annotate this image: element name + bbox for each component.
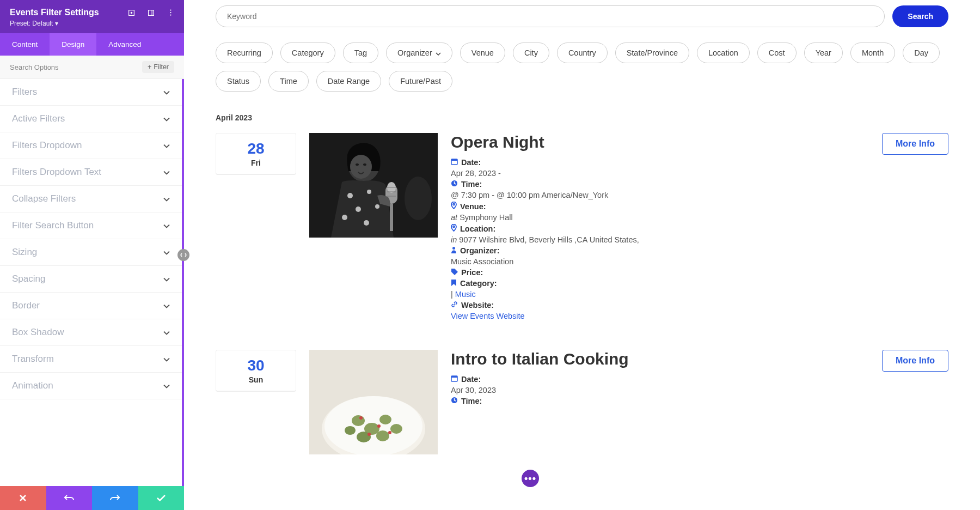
link-icon bbox=[451, 301, 458, 309]
accordion-filters-dropdown-text[interactable]: Filters Dropdown Text bbox=[0, 159, 182, 186]
pill-time[interactable]: Time bbox=[268, 71, 309, 92]
pill-location[interactable]: Location bbox=[697, 42, 750, 63]
svg-point-14 bbox=[356, 207, 361, 212]
tab-content[interactable]: Content bbox=[0, 33, 50, 56]
accordion-animation[interactable]: Animation bbox=[0, 373, 182, 399]
svg-rect-26 bbox=[451, 159, 457, 161]
pill-recurring[interactable]: Recurring bbox=[216, 42, 273, 63]
search-options-row: Search Options + Filter bbox=[0, 56, 184, 79]
search-button[interactable]: Search bbox=[892, 5, 948, 27]
svg-point-40 bbox=[390, 424, 402, 434]
website-link[interactable]: View Events Website bbox=[451, 312, 525, 320]
svg-rect-2 bbox=[148, 10, 154, 15]
redo-button[interactable] bbox=[92, 486, 138, 510]
dock-icon[interactable] bbox=[147, 9, 155, 16]
pill-date-range[interactable]: Date Range bbox=[316, 71, 381, 92]
svg-point-41 bbox=[359, 416, 363, 420]
pill-state-province[interactable]: State/Province bbox=[615, 42, 689, 63]
expand-icon[interactable] bbox=[127, 9, 135, 16]
month-header: April 2023 bbox=[216, 113, 948, 122]
add-filter-button[interactable]: + Filter bbox=[142, 61, 174, 73]
clock-icon bbox=[451, 180, 458, 189]
chevron-down-icon bbox=[163, 381, 170, 391]
keyword-search-input[interactable] bbox=[216, 5, 885, 27]
more-info-button[interactable]: More Info bbox=[882, 133, 948, 155]
pin-icon bbox=[451, 202, 457, 211]
pill-day[interactable]: Day bbox=[903, 42, 940, 63]
svg-point-13 bbox=[367, 190, 371, 194]
chevron-down-icon bbox=[163, 247, 170, 257]
svg-point-1 bbox=[131, 12, 132, 13]
event-date-box: 30 Sun bbox=[216, 350, 296, 392]
event-organizer-value: Music Association bbox=[451, 257, 948, 266]
accordion-collapse-filters[interactable]: Collapse Filters bbox=[0, 186, 182, 212]
floating-action-button[interactable]: ••• bbox=[522, 470, 539, 487]
event-image bbox=[309, 350, 438, 454]
event-date-day: Sun bbox=[216, 375, 296, 384]
category-link[interactable]: Music bbox=[455, 290, 476, 299]
person-icon bbox=[451, 246, 457, 255]
svg-point-24 bbox=[405, 177, 432, 220]
chevron-down-icon bbox=[163, 327, 170, 337]
pill-month[interactable]: Month bbox=[850, 42, 895, 63]
clock-icon bbox=[451, 397, 458, 405]
preset-selector[interactable]: Preset: Default ▾ bbox=[10, 20, 58, 27]
svg-point-28 bbox=[453, 204, 455, 205]
event-date-value: Apr 30, 2023 bbox=[451, 386, 948, 394]
event-time-value: @ 7:30 pm - @ 10:00 pm America/New_York bbox=[451, 191, 948, 199]
pill-organizer[interactable]: Organizer bbox=[386, 42, 452, 63]
accordion-active-filters[interactable]: Active Filters bbox=[0, 106, 182, 132]
accordion-sizing[interactable]: Sizing bbox=[0, 239, 182, 266]
pill-cost[interactable]: Cost bbox=[757, 42, 797, 63]
svg-point-10 bbox=[356, 163, 359, 166]
accordion-filters-dropdown[interactable]: Filters Dropdown bbox=[0, 132, 182, 159]
svg-rect-46 bbox=[451, 376, 457, 378]
resize-handle[interactable] bbox=[177, 249, 189, 261]
cancel-button[interactable] bbox=[0, 486, 46, 510]
svg-point-5 bbox=[170, 12, 171, 13]
bottom-actions bbox=[0, 486, 184, 510]
search-options-label: Search Options bbox=[10, 63, 59, 71]
event-venue-value: at Symphony Hall bbox=[451, 213, 948, 222]
event-date-value: Apr 28, 2023 - bbox=[451, 169, 948, 178]
svg-rect-19 bbox=[390, 204, 393, 231]
accordion-border[interactable]: Border bbox=[0, 293, 182, 319]
bookmark-icon bbox=[451, 279, 457, 288]
accordion-transform[interactable]: Transform bbox=[0, 346, 182, 373]
event-date-number: 28 bbox=[216, 140, 296, 157]
pill-country[interactable]: Country bbox=[557, 42, 608, 63]
more-icon[interactable] bbox=[167, 9, 174, 16]
accordion-spacing[interactable]: Spacing bbox=[0, 266, 182, 293]
event-location-value: in 9077 Wilshire Blvd, Beverly Hills ,CA… bbox=[451, 235, 948, 244]
event-card: 28 Fri bbox=[216, 133, 948, 323]
accordion-filter-search-button[interactable]: Filter Search Button bbox=[0, 212, 182, 239]
svg-point-36 bbox=[379, 415, 391, 424]
ellipsis-icon: ••• bbox=[524, 473, 536, 484]
pill-tag[interactable]: Tag bbox=[343, 42, 378, 63]
chevron-down-icon bbox=[163, 354, 170, 364]
chevron-down-icon bbox=[163, 114, 170, 124]
svg-point-17 bbox=[364, 220, 369, 226]
svg-point-9 bbox=[350, 155, 372, 179]
tab-advanced[interactable]: Advanced bbox=[96, 33, 153, 56]
chevron-down-icon bbox=[163, 141, 170, 150]
pill-year[interactable]: Year bbox=[804, 42, 843, 63]
accordion-box-shadow[interactable]: Box Shadow bbox=[0, 319, 182, 346]
tab-design[interactable]: Design bbox=[50, 33, 96, 56]
pill-future-past[interactable]: Future/Past bbox=[389, 71, 452, 92]
more-info-button[interactable]: More Info bbox=[882, 350, 948, 372]
pill-city[interactable]: City bbox=[513, 42, 549, 63]
plus-icon: + bbox=[148, 63, 151, 71]
event-title: Opera Night bbox=[451, 133, 544, 151]
pill-status[interactable]: Status bbox=[216, 71, 261, 92]
chevron-down-icon bbox=[163, 301, 170, 311]
accordion-filters[interactable]: Filters bbox=[0, 79, 182, 106]
chevron-down-icon bbox=[163, 87, 170, 97]
svg-point-42 bbox=[377, 424, 381, 428]
confirm-button[interactable] bbox=[138, 486, 185, 510]
pill-category[interactable]: Category bbox=[280, 42, 335, 63]
pill-venue[interactable]: Venue bbox=[460, 42, 505, 63]
sidebar-header: Events Filter Settings Preset: Default ▾ bbox=[0, 0, 184, 33]
undo-button[interactable] bbox=[46, 486, 93, 510]
filter-pills-container: Recurring Category Tag Organizer Venue C… bbox=[216, 42, 948, 92]
